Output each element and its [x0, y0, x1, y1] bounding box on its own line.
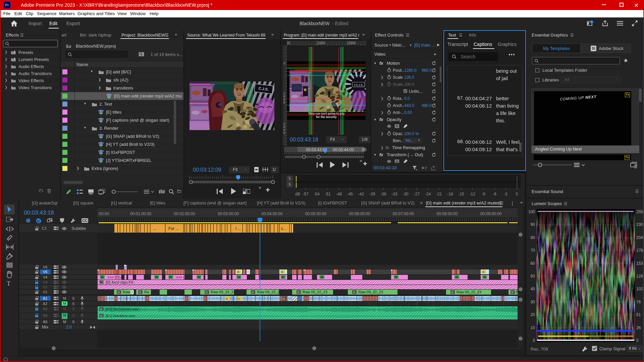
svg-text:I: I: [248, 270, 249, 274]
svg-text:178: 178: [636, 248, 643, 253]
svg-text:>>> [D] A: >>> [D] A: [107, 275, 123, 279]
svg-text:fx: fx: [237, 270, 239, 274]
svg-text:100: 100: [528, 209, 535, 214]
svg-text:-9: -9: [482, 192, 485, 196]
svg-text:-39: -39: [369, 192, 375, 196]
svg-text:They can isn't going to pay: They can isn't going to pay: [308, 112, 344, 115]
svg-text:fx: fx: [353, 291, 356, 294]
svg-text:fx: fx: [139, 291, 142, 294]
svg-text:90: 90: [531, 222, 535, 227]
svg-text:fx: fx: [101, 276, 104, 279]
svg-text:60: 60: [531, 261, 535, 266]
svg-text:128: 128: [636, 274, 643, 279]
svg-text:-12: -12: [470, 192, 476, 196]
svg-text:-57: -57: [303, 192, 309, 196]
svg-text:00:09:00:00: 00:09:00:00: [480, 212, 502, 216]
svg-text:-3: -3: [504, 192, 507, 196]
svg-text:-15: -15: [458, 192, 464, 196]
svg-text:fx: fx: [198, 276, 201, 279]
svg-text::00:00: :00:00: [98, 212, 109, 216]
svg-text:Raw 09_22_23: Raw 09_22_23: [303, 290, 327, 294]
svg-text:-27: -27: [414, 192, 420, 196]
svg-text:-48: -48: [336, 192, 342, 196]
svg-text:Raw: Raw: [123, 290, 130, 294]
svg-text:26: 26: [636, 325, 641, 330]
svg-text:00:02:00:00: 00:02:00:00: [174, 212, 195, 216]
svg-text:fx: fx: [482, 270, 485, 274]
svg-text:70: 70: [531, 248, 535, 253]
svg-text:fx: fx: [169, 276, 172, 279]
svg-text:fx: fx: [100, 281, 103, 284]
svg-text:-45: -45: [347, 192, 353, 196]
svg-text:51: 51: [636, 312, 641, 317]
svg-text:0: 0: [636, 338, 639, 343]
svg-text:00:06:00:00: 00:06:00:00: [349, 212, 370, 216]
svg-text:fx: fx: [155, 276, 158, 279]
svg-text:230: 230: [636, 222, 643, 227]
svg-text:00: 00: [362, 147, 367, 152]
svg-text:fx: fx: [238, 297, 240, 300]
svg-text:255: 255: [636, 209, 643, 214]
svg-text:80: 80: [531, 235, 535, 240]
svg-text:fx: fx: [321, 276, 324, 279]
svg-text:fx: fx: [118, 291, 120, 294]
svg-text:>>> [: >>> [: [176, 275, 184, 279]
svg-text:0: 0: [283, 101, 285, 104]
svg-text:00:01:00:00: 00:01:00:00: [130, 212, 152, 216]
svg-text:-42: -42: [358, 192, 364, 196]
svg-text:0: 0: [288, 41, 290, 45]
svg-text:fx: fx: [206, 291, 208, 294]
svg-text:10: 10: [531, 325, 535, 330]
svg-text:[K2] docuseries.wav: [K2] docuseries.wav: [106, 307, 139, 311]
svg-text:-30: -30: [403, 192, 409, 196]
svg-text:Ra: Ra: [144, 290, 149, 294]
svg-text:204: 204: [636, 235, 643, 240]
svg-text:fx: fx: [483, 276, 486, 279]
svg-text:fx: fx: [281, 270, 283, 274]
svg-text:0: 0: [533, 338, 535, 343]
svg-text:00:05:00:00: 00:05:00:00: [305, 212, 327, 216]
svg-text:102: 102: [636, 287, 643, 291]
svg-text:-36: -36: [380, 192, 386, 196]
svg-text:40: 40: [531, 287, 535, 291]
svg-text:...: ...: [153, 226, 156, 231]
svg-text:-21: -21: [436, 192, 442, 196]
svg-text:76: 76: [636, 300, 641, 304]
svg-text:dB: dB: [295, 192, 300, 196]
svg-text:-6: -6: [493, 192, 496, 196]
svg-text:153: 153: [636, 261, 643, 266]
svg-text:Raw 09_22_23: Raw 09_22_23: [257, 290, 282, 294]
svg-text:30: 30: [531, 300, 535, 304]
svg-text:50: 50: [531, 274, 535, 279]
svg-text:20: 20: [531, 312, 535, 317]
svg-text:0: 0: [516, 192, 518, 196]
svg-text:fx: fx: [455, 276, 459, 279]
svg-text:Raw 09_22_23: Raw 09_22_23: [211, 290, 235, 294]
svg-text:0: 0: [283, 62, 285, 65]
svg-text:[D] 4scd clips FX: [D] 4scd clips FX: [106, 280, 133, 284]
svg-text:-51: -51: [325, 192, 331, 196]
svg-text:fx: fx: [226, 297, 228, 300]
svg-text:c...: c...: [281, 226, 286, 231]
svg-text:00:07:00:00: 00:07:00:00: [393, 212, 414, 216]
svg-text:[K1] blackbox.wav: [K1] blackbox.wav: [106, 314, 136, 318]
svg-text:fx: fx: [100, 314, 103, 317]
svg-text:fx: fx: [395, 276, 398, 279]
svg-text:00:04:00:00: 00:04:00:00: [261, 212, 283, 216]
svg-text:Raw 09_22_23: Raw 09_22_23: [457, 290, 481, 294]
svg-text:fx: fx: [282, 276, 285, 279]
svg-text:-33: -33: [392, 192, 398, 196]
svg-text:00:08:00:00: 00:08:00:00: [436, 212, 458, 216]
svg-text:For ...: For ...: [168, 226, 179, 231]
svg-text:fx: fx: [298, 291, 300, 294]
svg-text:-54: -54: [314, 192, 320, 196]
svg-text:fx: fx: [283, 297, 285, 300]
svg-text:fx: fx: [512, 291, 514, 294]
svg-text:00:03:00:00: 00:03:00:00: [218, 212, 239, 216]
svg-text:Raw 09_22_23: Raw 09_22_23: [358, 290, 383, 294]
svg-text:00:03:44:00: 00:03:44:00: [333, 147, 354, 152]
svg-text:fx: fx: [252, 291, 255, 294]
svg-text:fx: fx: [237, 276, 240, 279]
svg-text:I ...: I ...: [235, 226, 241, 231]
svg-text:fx: fx: [100, 308, 103, 311]
